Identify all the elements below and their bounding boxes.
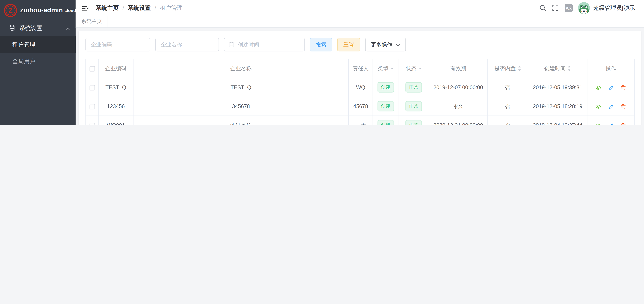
column-header-5: 有效期 [429, 59, 488, 78]
sort-icon[interactable] [567, 65, 571, 72]
enterprise-code-input[interactable] [86, 38, 150, 51]
breadcrumb: 系统主页 / 系统设置 / 租户管理 [96, 5, 182, 12]
select-all-checkbox[interactable] [89, 66, 95, 72]
type-badge: 创建 [377, 101, 394, 112]
edit-icon[interactable] [608, 122, 614, 125]
breadcrumb-item[interactable]: 系统设置 [128, 5, 151, 12]
cell-owner: 45678 [348, 97, 373, 116]
avatar[interactable] [578, 2, 590, 14]
language-icon[interactable]: A文 [565, 4, 572, 12]
tab-label: 系统主页 [81, 18, 102, 25]
breadcrumb-item[interactable]: 系统主页 [96, 5, 119, 12]
cell-created: 2019-12-04 10:37:44 [528, 116, 587, 125]
tags-view-bar: 系统主页 [76, 16, 644, 28]
database-icon [8, 24, 16, 33]
more-actions-label: 更多操作 [371, 41, 392, 48]
view-icon[interactable] [595, 85, 602, 91]
cell-enterprise-name: 测试单位 [133, 116, 348, 125]
status-badge: 正常 [405, 101, 422, 112]
enterprise-name-field [155, 38, 219, 51]
row-checkbox[interactable] [89, 123, 95, 125]
column-header-6[interactable]: 是否内置 [488, 59, 528, 78]
cell-builtin: 否 [488, 116, 528, 125]
cell-type: 创建 [373, 116, 398, 125]
cell-builtin: 否 [488, 97, 528, 116]
delete-icon[interactable] [620, 104, 626, 110]
column-label: 状态 [406, 64, 416, 73]
column-label: 有效期 [450, 64, 466, 73]
sidebar-group-settings[interactable]: 系统设置 [0, 21, 76, 36]
sidebar-item-global-users[interactable]: 全局用户 [0, 53, 76, 70]
cell-actions [587, 78, 634, 97]
svg-text:Z: Z [8, 7, 13, 14]
type-badge: 创建 [377, 82, 394, 93]
column-header-0: 企业编码 [98, 59, 133, 78]
enterprise-code-field [86, 38, 150, 51]
search-icon[interactable] [539, 5, 546, 12]
cell-created: 2019-12-05 18:28:19 [528, 97, 587, 116]
filter-icon[interactable] [418, 67, 422, 69]
reset-button[interactable]: 重置 [337, 38, 360, 51]
enterprise-name-input[interactable] [156, 38, 218, 51]
chevron-up-icon [65, 25, 70, 32]
cell-actions [587, 116, 634, 125]
app-title: zuihou-admin [20, 7, 63, 14]
sidebar-collapse-icon[interactable] [82, 5, 89, 12]
fullscreen-icon[interactable] [552, 5, 559, 12]
select-all-cell [86, 59, 98, 78]
row-select-cell [86, 97, 98, 116]
app-window: Z zuihou-admin cloud 系统设置 租户管理 全局用户 [0, 0, 644, 125]
filter-icon[interactable] [390, 67, 393, 69]
table-row: TEST_Q TEST_Q WQ 创建 正常 2019-12-07 00:00:… [86, 78, 634, 97]
row-select-cell [86, 116, 98, 125]
cell-status: 正常 [398, 116, 429, 125]
logo[interactable]: Z zuihou-admin cloud [0, 0, 76, 21]
status-badge: 正常 [405, 120, 422, 125]
column-header-7[interactable]: 创建时间 [528, 59, 587, 78]
delete-icon[interactable] [620, 122, 626, 125]
cell-created: 2019-12-05 19:39:31 [528, 78, 587, 97]
sidebar-item-tenant-management[interactable]: 租户管理 [0, 36, 76, 53]
column-label: 企业名称 [230, 64, 252, 73]
cell-owner: WQ [348, 78, 373, 97]
tenant-table: 企业编码企业名称责任人类型状态有效期是否内置创建时间操作 TEST_Q TEST… [86, 59, 634, 125]
column-header-2: 责任人 [348, 59, 373, 78]
user-name[interactable]: 超级管理员[演示] [593, 5, 636, 12]
filter-toolbar: 搜索 重置 更多操作 [86, 38, 406, 51]
cell-actions [587, 97, 634, 116]
delete-icon[interactable] [620, 85, 626, 91]
sidebar-item-label: 全局用户 [12, 58, 35, 65]
breadcrumb-item-current: 租户管理 [160, 5, 182, 12]
tab-system-home[interactable]: 系统主页 [76, 16, 108, 27]
chevron-down-icon [396, 42, 400, 48]
content-card: 搜索 重置 更多操作 企业编码企业名称责任人类型状态有效期是否内置创建时间操作 [79, 31, 641, 125]
column-label: 是否内置 [494, 64, 516, 73]
view-icon[interactable] [595, 122, 602, 125]
view-icon[interactable] [595, 104, 602, 110]
edit-icon[interactable] [608, 104, 614, 110]
cell-enterprise-name: TEST_Q [133, 78, 348, 97]
header-actions: A文 超级管理员[演示] [534, 2, 644, 14]
sidebar-group-label: 系统设置 [19, 25, 42, 32]
table-header-row: 企业编码企业名称责任人类型状态有效期是否内置创建时间操作 [86, 59, 634, 78]
logo-z-icon: Z [4, 4, 17, 17]
sort-icon[interactable] [518, 65, 521, 72]
create-time-input[interactable] [234, 38, 304, 51]
row-checkbox[interactable] [89, 104, 95, 109]
column-label: 创建时间 [544, 64, 566, 73]
cell-status: 正常 [398, 97, 429, 116]
column-header-8: 操作 [587, 59, 634, 78]
edit-icon[interactable] [608, 85, 614, 91]
breadcrumb-separator: / [122, 5, 124, 11]
search-button[interactable]: 搜索 [310, 38, 332, 51]
column-label: 责任人 [353, 64, 369, 73]
status-badge: 正常 [405, 82, 422, 93]
more-actions-dropdown[interactable]: 更多操作 [365, 38, 406, 51]
column-header-3[interactable]: 类型 [373, 59, 398, 78]
create-time-field [224, 38, 305, 51]
type-badge: 创建 [377, 120, 394, 125]
table-row: WO001 测试单位 王大 创建 正常 2030-12-31 00:00:00 … [86, 116, 634, 125]
row-checkbox[interactable] [89, 85, 95, 90]
column-header-4[interactable]: 状态 [398, 59, 429, 78]
app-title-suffix: cloud [64, 8, 76, 13]
